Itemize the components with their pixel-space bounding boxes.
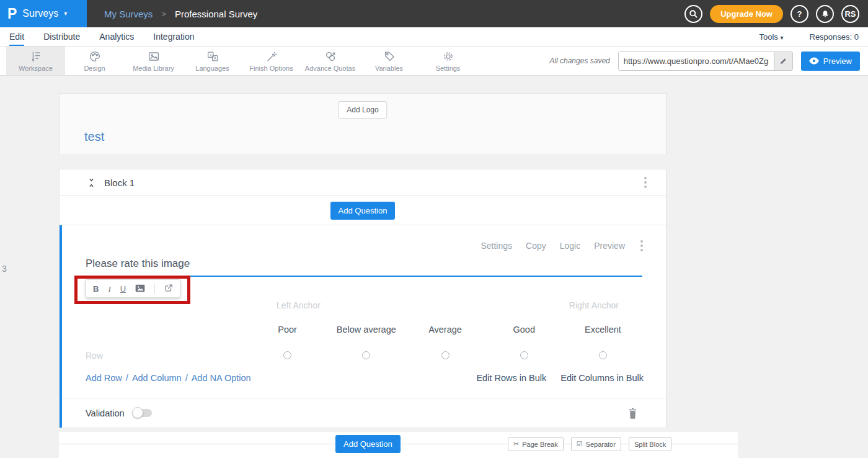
question-menu-kebab-icon[interactable] [639, 238, 645, 253]
top-bar: P Surveys ▾ My Surveys > Professional Su… [0, 0, 868, 27]
tab-integration[interactable]: Integration [153, 27, 194, 46]
column-header-poor[interactable]: Poor [248, 325, 327, 335]
add-logo-button[interactable]: Add Logo [338, 101, 387, 119]
toolbar-item-settings[interactable]: Settings [418, 47, 477, 75]
block-card: Block 1 Add Question Settings Copy Logic… [59, 169, 666, 428]
radio-poor[interactable] [283, 351, 291, 359]
link-separator: / [185, 373, 188, 383]
image-icon [147, 50, 161, 63]
insert-link-button[interactable] [164, 284, 173, 294]
collapse-block-icon[interactable] [87, 177, 96, 188]
survey-title[interactable]: test [84, 130, 104, 144]
question-copy-link[interactable]: Copy [526, 241, 546, 251]
upgrade-now-button[interactable]: Upgrade Now [710, 5, 783, 23]
question-preview-link[interactable]: Preview [594, 241, 625, 251]
page-break-button[interactable]: ✂Page Break [508, 437, 564, 451]
column-header-average[interactable]: Average [405, 325, 484, 335]
notifications-button[interactable] [816, 5, 834, 23]
add-row-link[interactable]: Add Row [86, 373, 122, 383]
question-settings-link[interactable]: Settings [480, 241, 512, 251]
toolbar-item-advance-quotas[interactable]: Advance Quotas [301, 47, 360, 75]
column-header-below-average[interactable]: Below average [327, 325, 405, 335]
question-mark-icon: ? [797, 9, 802, 19]
preview-button[interactable]: Preview [801, 52, 860, 71]
workspace-toolbar: Workspace Design Media Library xA Langua… [0, 47, 868, 76]
question-text-input[interactable]: Please rate this image [86, 258, 642, 277]
survey-url-input[interactable] [619, 52, 774, 70]
bulk-links: Edit Rows in Bulk Edit Columns in Bulk [476, 373, 644, 383]
left-anchor-input[interactable]: Left Anchor [277, 300, 321, 310]
block-title[interactable]: Block 1 [104, 177, 135, 188]
block-header: Block 1 [60, 169, 666, 196]
tab-distribute[interactable]: Distribute [43, 27, 80, 46]
radio-excellent[interactable] [599, 351, 607, 359]
breadcrumb-my-surveys[interactable]: My Surveys [104, 9, 153, 19]
add-question-button-bottom[interactable]: Add Question [335, 435, 401, 453]
add-na-option-link[interactable]: Add NA Option [192, 373, 251, 383]
avatar[interactable]: RS [841, 5, 859, 23]
validation-toggle[interactable] [133, 409, 152, 417]
chevron-down-icon: ▾ [780, 34, 783, 41]
toolbar-item-languages[interactable]: xA Languages [183, 47, 242, 75]
question-logic-link[interactable]: Logic [560, 241, 580, 251]
delete-question-trash-icon[interactable] [628, 408, 637, 419]
breadcrumb-separator: > [161, 9, 166, 19]
scissors-icon: ✂ [513, 440, 519, 448]
eye-icon [809, 57, 819, 65]
tab-analytics[interactable]: Analytics [99, 27, 134, 46]
search-button[interactable] [684, 5, 702, 23]
column-header-good[interactable]: Good [485, 325, 564, 335]
search-icon [689, 9, 698, 19]
toolbar-item-workspace[interactable]: Workspace [6, 47, 65, 75]
footer-buttons: ✂Page Break ☑Separator Split Block [508, 437, 671, 451]
underline-button[interactable]: U [120, 285, 126, 293]
avatar-initials: RS [844, 9, 856, 19]
edit-rows-in-bulk-link[interactable]: Edit Rows in Bulk [476, 373, 546, 383]
product-name: Surveys [22, 8, 58, 19]
toolbar-item-finish-options[interactable]: Finish Options [242, 47, 301, 75]
add-question-button-top[interactable]: Add Question [330, 202, 396, 220]
magic-wand-icon [265, 50, 278, 63]
tools-dropdown[interactable]: Tools ▾ [759, 32, 783, 42]
block-menu-kebab-icon[interactable] [642, 175, 649, 190]
external-link-icon [164, 284, 173, 292]
help-button[interactable]: ? [790, 5, 808, 23]
survey-header-card: Add Logo test [59, 93, 666, 155]
separator-button[interactable]: ☑Separator [571, 437, 621, 451]
questionpro-editor: P Surveys ▾ My Surveys > Professional Su… [0, 0, 868, 458]
add-column-link[interactable]: Add Column [132, 373, 182, 383]
responses-count[interactable]: Responses: 0 [810, 32, 859, 42]
question-number-rail: 3 [2, 264, 7, 274]
image-icon [135, 284, 145, 292]
column-header-excellent[interactable]: Excellent [564, 325, 642, 335]
toolbar-divider [154, 284, 155, 294]
translate-icon: xA [206, 50, 219, 63]
pencil-icon [779, 57, 787, 65]
row-label-input[interactable]: Row [86, 351, 103, 361]
insert-image-button[interactable] [135, 284, 145, 294]
chevron-down-icon: ▾ [64, 11, 67, 17]
toolbar-item-variables[interactable]: Variables [360, 47, 418, 75]
question-container: Settings Copy Logic Preview Please rate … [60, 225, 666, 428]
bell-icon [821, 9, 830, 19]
edit-columns-in-bulk-link[interactable]: Edit Columns in Bulk [560, 373, 644, 383]
product-switcher[interactable]: P Surveys ▾ [0, 0, 87, 27]
split-block-button[interactable]: Split Block [629, 437, 671, 451]
palette-icon [88, 50, 102, 63]
radio-below-average[interactable] [362, 351, 370, 359]
edit-url-button[interactable] [774, 52, 792, 70]
toolbar-item-media-library[interactable]: Media Library [124, 47, 183, 75]
right-anchor-input[interactable]: Right Anchor [569, 300, 619, 310]
toolbar-item-design[interactable]: Design [65, 47, 124, 75]
radio-good[interactable] [520, 351, 528, 359]
checkbox-checked-icon: ☑ [577, 440, 583, 448]
tab-edit[interactable]: Edit [9, 27, 24, 46]
radio-average[interactable] [441, 351, 450, 359]
column-headers: Poor Below average Average Good Excellen… [248, 325, 642, 335]
block-footer: Add Question ✂Page Break ☑Separator Spli… [59, 432, 738, 458]
breadcrumb: My Surveys > Professional Survey [104, 9, 257, 19]
italic-button[interactable]: I [108, 285, 110, 293]
bold-button[interactable]: B [93, 285, 99, 293]
link-separator: / [126, 373, 128, 383]
validation-label: Validation [86, 408, 125, 418]
